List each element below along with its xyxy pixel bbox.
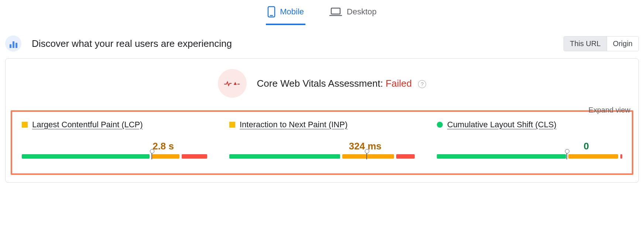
bar-seg-good (22, 154, 150, 159)
vitals-card: Core Web Vitals Assessment: Failed ? Exp… (5, 58, 639, 183)
bar-seg-needs-improvement (568, 154, 618, 159)
assessment-label: Core Web Vitals Assessment: (257, 78, 386, 89)
tab-desktop[interactable]: Desktop (328, 2, 378, 25)
toggle-this-url[interactable]: This URL (564, 37, 606, 51)
metric-lcp-value: 2.8 s (153, 141, 174, 152)
page-title: Discover what your real users are experi… (32, 38, 232, 49)
metric-inp-header: Interaction to Next Paint (INP) (229, 120, 415, 129)
metrics-row: Largest Contentful Paint (LCP) 2.8 s Int… (11, 110, 633, 175)
metric-cls-link[interactable]: Cumulative Layout Shift (CLS) (447, 120, 556, 129)
tab-desktop-label: Desktop (347, 7, 377, 17)
header-left: Discover what your real users are experi… (5, 35, 232, 52)
tab-mobile[interactable]: Mobile (266, 2, 305, 25)
metric-inp-link[interactable]: Interaction to Next Paint (INP) (240, 120, 347, 129)
tab-mobile-label: Mobile (280, 7, 304, 17)
metric-cls-value-row: 0 (437, 141, 622, 152)
assessment-text: Core Web Vitals Assessment: Failed ? (257, 78, 427, 89)
bar-marker (366, 151, 367, 159)
status-dot-icon (437, 122, 443, 128)
assessment-status: Failed (386, 78, 412, 89)
bar-seg-good (437, 154, 566, 159)
metric-cls-bar (437, 154, 622, 163)
bar-seg-poor (182, 154, 207, 159)
metric-inp-value-row: 324 ms (229, 141, 415, 152)
expand-view-link[interactable]: Expand view (589, 106, 630, 114)
device-tabs: Mobile Desktop (0, 0, 644, 25)
scope-toggle: This URL Origin (564, 36, 639, 51)
metric-cls-value: 0 (584, 141, 589, 152)
metric-lcp: Largest Contentful Paint (LCP) 2.8 s (22, 120, 207, 163)
bar-seg-good (229, 154, 340, 159)
bar-seg-needs-improvement (342, 154, 394, 159)
bar-seg-poor (620, 154, 622, 159)
metric-cls-header: Cumulative Layout Shift (CLS) (437, 120, 622, 129)
status-square-icon (229, 122, 235, 128)
metric-lcp-bar (22, 154, 207, 163)
help-icon[interactable]: ? (418, 80, 426, 88)
status-square-icon (22, 122, 28, 128)
laptop-icon (329, 7, 342, 17)
metric-cls: Cumulative Layout Shift (CLS) 0 (437, 120, 622, 163)
svg-rect-2 (331, 8, 340, 14)
field-data-icon (5, 35, 21, 52)
bar-marker (566, 151, 567, 159)
metric-inp: Interaction to Next Paint (INP) 324 ms (229, 120, 415, 163)
metric-lcp-link[interactable]: Largest Contentful Paint (LCP) (32, 120, 143, 129)
bar-seg-poor (396, 154, 415, 159)
pulse-icon (218, 69, 247, 98)
bar-marker (151, 151, 152, 159)
metric-lcp-value-row: 2.8 s (22, 141, 207, 152)
smartphone-icon (267, 6, 275, 18)
bar-seg-needs-improvement (152, 154, 179, 159)
metric-inp-bar (229, 154, 415, 163)
assessment-row: Core Web Vitals Assessment: Failed ? (6, 69, 638, 98)
metric-lcp-header: Largest Contentful Paint (LCP) (22, 120, 207, 129)
header-row: Discover what your real users are experi… (0, 25, 644, 58)
toggle-origin[interactable]: Origin (607, 37, 638, 51)
svg-marker-4 (234, 82, 237, 85)
